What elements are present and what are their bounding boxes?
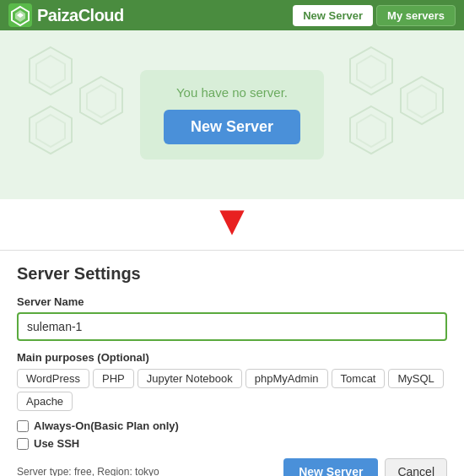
purposes-label: Main purposes (Optional) (17, 351, 447, 364)
down-arrow-icon: ▼ (211, 199, 253, 241)
dialog-footer: Server type: free, Region: tokyo New Ser… (17, 458, 447, 476)
dialog-title: Server Settings (17, 264, 447, 284)
top-section: You have no server. New Server (0, 30, 464, 199)
svg-marker-11 (357, 56, 386, 88)
purposes-tags: WordPress PHP Jupyter Notebook phpMyAdmi… (17, 369, 447, 411)
nav-new-server-button[interactable]: New Server (293, 5, 373, 26)
tag-tomcat[interactable]: Tomcat (332, 369, 386, 388)
server-type-info: Server type: free, Region: tokyo (17, 466, 159, 476)
server-name-input[interactable] (17, 312, 447, 341)
nav-my-servers-button[interactable]: My servers (376, 5, 456, 26)
center-card: You have no server. New Server (140, 70, 324, 160)
logo-area: PaizaCloud (8, 3, 286, 27)
use-ssh-label: Use SSH (34, 437, 79, 450)
header-nav: New Server My servers (293, 5, 456, 26)
svg-marker-7 (36, 115, 65, 147)
tag-php[interactable]: PHP (93, 369, 134, 388)
tag-apache[interactable]: Apache (17, 392, 73, 411)
svg-marker-5 (36, 56, 65, 88)
logo-text: PaizaCloud (37, 6, 124, 25)
use-ssh-checkbox[interactable] (17, 438, 29, 450)
always-on-checkbox[interactable] (17, 420, 29, 432)
always-on-row: Always-On(Basic Plan only) (17, 419, 447, 432)
footer-buttons: New Server Cancel (283, 458, 447, 476)
server-name-label: Server Name (17, 295, 447, 308)
tag-wordpress[interactable]: WordPress (17, 369, 89, 388)
new-server-top-button[interactable]: New Server (164, 110, 300, 144)
no-server-message: You have no server. (164, 85, 300, 100)
new-server-submit-button[interactable]: New Server (283, 458, 378, 476)
tag-jupyter[interactable]: Jupyter Notebook (138, 369, 242, 388)
svg-marker-13 (357, 115, 386, 147)
tag-mysql[interactable]: MySQL (388, 369, 443, 388)
use-ssh-row: Use SSH (17, 437, 447, 450)
tag-phpmyadmin[interactable]: phpMyAdmin (245, 369, 328, 388)
arrow-area: ▼ (0, 199, 464, 250)
paiza-logo-icon (8, 3, 32, 27)
cancel-button[interactable]: Cancel (385, 458, 447, 476)
header: PaizaCloud New Server My servers (0, 0, 464, 30)
always-on-label: Always-On(Basic Plan only) (34, 419, 179, 432)
svg-marker-9 (87, 85, 116, 117)
svg-marker-15 (407, 85, 436, 117)
server-settings-dialog: Server Settings Server Name Main purpose… (0, 250, 464, 476)
